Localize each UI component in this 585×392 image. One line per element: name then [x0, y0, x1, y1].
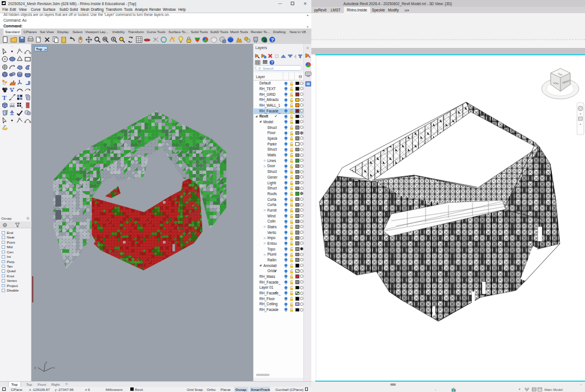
svg-text:x: x: [53, 366, 55, 369]
svg-text:z: z: [46, 361, 47, 364]
svg-text:y: y: [34, 366, 36, 369]
svg-text:?: ?: [271, 60, 273, 64]
svg-text:T: T: [2, 94, 7, 101]
svg-text:?: ?: [271, 37, 274, 42]
